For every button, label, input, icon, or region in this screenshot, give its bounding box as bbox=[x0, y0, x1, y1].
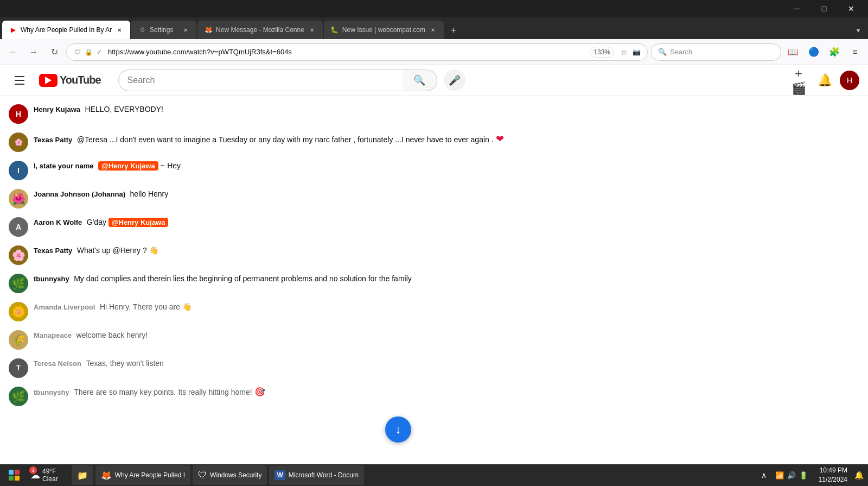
windows-security-icon: 🛡 bbox=[198, 470, 207, 480]
avatar-aaron-wolfe: A bbox=[9, 217, 28, 237]
chat-text-3: ~ Hey bbox=[161, 161, 181, 170]
address-bar: ← → ↻ 🛡 🔒 ✓ https://www.youtube.com/watc… bbox=[0, 39, 868, 65]
taskbar-item-word[interactable]: W Microsoft Word - Docum bbox=[269, 465, 363, 485]
extensions-button[interactable]: 🧩 bbox=[826, 43, 843, 61]
chat-author-8: Amanda Liverpool bbox=[34, 303, 95, 311]
chat-content-1: Henry Kujawa HELLO, EVERYBODY! bbox=[34, 104, 859, 115]
system-icons: 📶 🔊 🔋 bbox=[771, 471, 812, 479]
weather-info: 49°F Clear bbox=[42, 468, 58, 483]
chat-text-2: @Teresa ...I don't even want to imagine … bbox=[77, 135, 504, 144]
avatar-teresa: T bbox=[9, 358, 28, 378]
tab-settings-close[interactable]: ✕ bbox=[181, 26, 190, 34]
volume-icon[interactable]: 🔊 bbox=[787, 471, 796, 479]
youtube-search-input[interactable] bbox=[118, 70, 403, 91]
reload-button[interactable]: ↻ bbox=[46, 43, 63, 61]
youtube-mic-button[interactable]: 🎤 bbox=[444, 70, 465, 91]
avatar-i-state-name: I bbox=[9, 161, 28, 180]
shield-icon: 🛡 bbox=[73, 48, 82, 56]
tab-webcompat-close[interactable]: ✕ bbox=[429, 26, 437, 34]
create-video-button[interactable]: ＋🎬 bbox=[788, 70, 809, 91]
notification-center-icon[interactable]: 🔔 bbox=[854, 470, 864, 480]
download-fab[interactable]: ↓ bbox=[385, 416, 411, 443]
taskbar: 1 ☁ 49°F Clear 📁 🦊 Why Are People Pulled… bbox=[0, 464, 868, 486]
chat-message-11: 🌿 tbunnyshy There are so many key points… bbox=[9, 382, 859, 411]
chat-message-5: A Aaron K Wolfe G'day @Henry Kujawa bbox=[9, 213, 859, 241]
zoom-level: 133% bbox=[590, 47, 614, 58]
firefox-account-button[interactable]: 🔵 bbox=[805, 43, 822, 61]
battery-icon[interactable]: 🔋 bbox=[799, 471, 808, 479]
start-button[interactable] bbox=[4, 465, 24, 485]
menu-line bbox=[15, 80, 24, 81]
chat-message-2: 🌸 Texas Patty @Teresa ...I don't even wa… bbox=[9, 128, 859, 156]
tab-bar: ▶ Why Are People Pulled In By Ar ✕ ⚙ Set… bbox=[0, 17, 868, 39]
chat-author-4: Joanna Johnson (Johanna) bbox=[34, 190, 125, 198]
taskbar-item-windows-security[interactable]: 🛡 Windows Security bbox=[193, 465, 267, 485]
avatar-texas-patty-2: 🌸 bbox=[9, 245, 28, 265]
network-icon[interactable]: 📶 bbox=[775, 471, 784, 479]
chat-area: H Henry Kujawa HELLO, EVERYBODY! 🌸 Texas… bbox=[0, 96, 868, 464]
screenshot-icon[interactable]: 📷 bbox=[632, 48, 641, 56]
youtube-menu-button[interactable] bbox=[9, 70, 30, 91]
firefox-search-box[interactable]: 🔍 Search bbox=[651, 43, 781, 61]
title-bar-controls: ─ □ ✕ bbox=[784, 0, 864, 17]
chat-content-2: Texas Patty @Teresa ...I don't even want… bbox=[34, 132, 859, 146]
bookmark-star-icon[interactable]: ☆ bbox=[621, 48, 628, 56]
youtube-logo[interactable]: YouTube bbox=[39, 74, 101, 87]
new-tab-button[interactable]: + bbox=[445, 22, 462, 39]
title-bar: ─ □ ✕ bbox=[0, 0, 868, 17]
tab-youtube-title: Why Are People Pulled In By Ar bbox=[21, 26, 112, 34]
chat-message-3: I I, state your name @Henry Kujawa ~ Hey bbox=[9, 156, 859, 185]
windows-logo-square-4 bbox=[15, 476, 20, 481]
close-button[interactable]: ✕ bbox=[839, 0, 864, 17]
up-arrow-icon[interactable]: ∧ bbox=[759, 470, 769, 480]
word-icon: W bbox=[275, 470, 285, 480]
chat-message-8: 🌼 Amanda Liverpool Hi Henry. There you a… bbox=[9, 298, 859, 326]
weather-temp: 49°F bbox=[42, 468, 58, 475]
menu-button[interactable]: ≡ bbox=[846, 43, 864, 61]
chat-content-8: Amanda Liverpool Hi Henry. There you are… bbox=[34, 302, 859, 313]
lock-icon: 🔒 bbox=[84, 48, 93, 56]
chat-message-10: T Teresa Nelson Texas, they won't listen bbox=[9, 354, 859, 382]
tab-youtube[interactable]: ▶ Why Are People Pulled In By Ar ✕ bbox=[2, 21, 130, 39]
windows-logo-square-2 bbox=[15, 470, 20, 475]
notifications-button[interactable]: 🔔 bbox=[814, 70, 835, 91]
address-url[interactable]: https://www.youtube.com/watch?v=pWTQmUjR… bbox=[108, 48, 585, 56]
taskbar-clock[interactable]: 10:49 PM 11/2/2024 bbox=[814, 466, 852, 484]
address-input-wrap[interactable]: 🛡 🔒 ✓ https://www.youtube.com/watch?v=pW… bbox=[66, 43, 648, 61]
weather-widget[interactable]: 1 ☁ 49°F Clear bbox=[26, 468, 62, 483]
pocket-button[interactable]: 📖 bbox=[784, 43, 802, 61]
chat-content-5: Aaron K Wolfe G'day @Henry Kujawa bbox=[34, 217, 859, 228]
back-button[interactable]: ← bbox=[4, 43, 22, 61]
youtube-avatar[interactable]: H bbox=[840, 71, 859, 90]
files-icon: 📁 bbox=[77, 470, 88, 481]
youtube-search-button[interactable]: 🔍 bbox=[403, 70, 437, 91]
chat-text-9: welcome back henry! bbox=[76, 331, 148, 339]
youtube-favicon: ▶ bbox=[9, 26, 17, 34]
youtube-content: YouTube 🔍 🎤 ＋🎬 🔔 H H Henry Kujawa HELLO,… bbox=[0, 65, 868, 464]
windows-logo-square-1 bbox=[9, 470, 14, 475]
tab-youtube-close[interactable]: ✕ bbox=[115, 26, 124, 34]
chat-author-11: tbunnyshy bbox=[34, 388, 69, 396]
menu-line bbox=[15, 76, 24, 77]
tab-dropdown-button[interactable]: ▾ bbox=[851, 22, 866, 39]
chat-text-8: Hi Henry. There you are 👋 bbox=[100, 302, 192, 311]
avatar-joanna: 🌺 bbox=[9, 189, 28, 209]
forward-button[interactable]: → bbox=[25, 43, 42, 61]
taskbar-firefox-text: Why Are People Pulled I bbox=[115, 471, 185, 479]
tab-webcompat[interactable]: 🐛 New Issue | webcompat.com ✕ bbox=[324, 21, 444, 39]
taskbar-item-files[interactable]: 📁 bbox=[72, 465, 93, 485]
chat-content-9: Manapeace welcome back henry! bbox=[34, 330, 859, 341]
chat-message-7: 🌿 tbunnyshy My dad complies and therein … bbox=[9, 269, 859, 298]
tab-settings-title: Settings bbox=[150, 26, 178, 34]
firefox-icon: 🦊 bbox=[101, 470, 112, 481]
taskbar-item-firefox[interactable]: 🦊 Why Are People Pulled I bbox=[95, 465, 190, 485]
heart-emoji: ❤ bbox=[496, 134, 504, 144]
avatar-tbunnyshy-2: 🌿 bbox=[9, 387, 28, 406]
tab-settings[interactable]: ⚙ Settings ✕ bbox=[131, 21, 196, 39]
chat-author-5: Aaron K Wolfe bbox=[34, 218, 82, 226]
maximize-button[interactable]: □ bbox=[812, 0, 837, 17]
minimize-button[interactable]: ─ bbox=[784, 0, 809, 17]
tab-mozilla[interactable]: 🦊 New Message - Mozilla Conne ✕ bbox=[197, 21, 323, 39]
tab-mozilla-close[interactable]: ✕ bbox=[308, 26, 316, 34]
chat-text-7: My dad complies and therein lies the beg… bbox=[74, 274, 412, 283]
